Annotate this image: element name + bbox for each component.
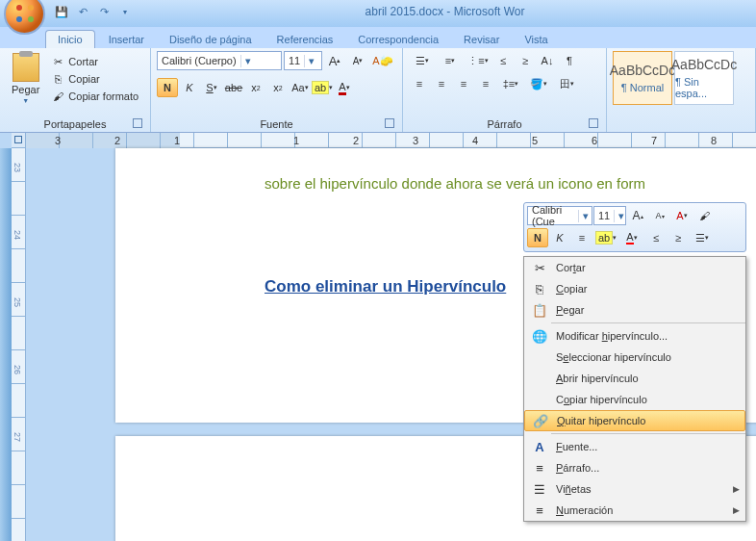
mini-font-color[interactable]: A▾ — [619, 228, 644, 247]
group-styles — [613, 128, 749, 130]
brush-icon: 🖌 — [51, 90, 64, 103]
tab-referencias[interactable]: Referencias — [265, 31, 345, 48]
group-paragraph: Párrafo — [409, 116, 600, 130]
tab-correspondencia[interactable]: Correspondencia — [346, 31, 450, 48]
context-menu: ✂Cortar ⎘Copiar 📋Pegar 🌐Modificar hiperv… — [523, 256, 746, 522]
mini-styles[interactable]: A▾ — [671, 206, 693, 225]
align-left-button[interactable]: ≡ — [409, 74, 430, 93]
mini-bullets[interactable]: ☰▾ — [690, 228, 715, 247]
font-name-combo[interactable]: Calibri (Cuerpo)▾ — [157, 51, 282, 70]
increase-indent-button[interactable]: ≥ — [515, 51, 536, 70]
clear-format-icon[interactable]: A🧽 — [370, 51, 395, 70]
menu-modify-hyperlink[interactable]: 🌐Modificar hipervínculo... — [524, 325, 745, 347]
bullets-button[interactable]: ☰▾ — [409, 51, 436, 70]
show-marks-button[interactable]: ¶ — [559, 51, 580, 70]
svg-point-0 — [16, 5, 22, 11]
mini-size-combo[interactable]: 11▾ — [593, 206, 626, 225]
vertical-ruler[interactable]: 2324252627 — [12, 148, 26, 541]
menu-paragraph[interactable]: ≡Párrafo... — [524, 457, 745, 478]
format-painter-button[interactable]: 🖌Copiar formato — [49, 89, 140, 104]
submenu-arrow-icon: ▶ — [733, 484, 740, 494]
ribbon-tabs: Inicio Insertar Diseño de página Referen… — [0, 27, 756, 48]
body-text: sobre el hipervínculo donde ahora se ver… — [265, 175, 645, 192]
dialog-launcher-icon[interactable] — [385, 118, 394, 128]
tab-diseno[interactable]: Diseño de página — [158, 31, 264, 48]
copy-icon: ⎘ — [51, 72, 64, 86]
menu-font[interactable]: AFuente... — [524, 436, 745, 457]
highlight-button[interactable]: ab▾ — [312, 78, 333, 97]
style-normal[interactable]: AaBbCcDc ¶ Normal — [613, 51, 672, 105]
cut-button[interactable]: ✂Cortar — [49, 54, 140, 69]
group-clipboard: Portapapeles — [6, 116, 144, 130]
window-title: abril 2015.docx - Microsoft Wor — [134, 5, 756, 18]
tab-inicio[interactable]: Inicio — [45, 30, 95, 48]
sort-button[interactable]: A↓ — [537, 51, 558, 70]
justify-button[interactable]: ≡ — [475, 74, 496, 93]
superscript-button[interactable]: x2 — [267, 78, 289, 97]
shading-button[interactable]: 🪣▾ — [525, 74, 552, 93]
menu-paste[interactable]: 📋Pegar — [524, 299, 745, 321]
font-icon: A — [532, 439, 547, 454]
mini-grow-font[interactable]: A▴ — [627, 206, 648, 225]
qat-customize-icon[interactable]: ▾ — [116, 3, 134, 20]
undo-icon[interactable]: ↶ — [74, 3, 91, 20]
menu-copy[interactable]: ⎘Copiar — [524, 278, 745, 299]
ruler-corner-icon[interactable] — [12, 133, 26, 148]
dialog-launcher-icon[interactable] — [589, 118, 598, 128]
mini-align-center[interactable]: ≡ — [571, 228, 592, 247]
bold-button[interactable]: N — [157, 78, 178, 97]
style-sin-espaciado[interactable]: AaBbCcDc ¶ Sin espa... — [674, 51, 734, 105]
submenu-arrow-icon: ▶ — [733, 505, 740, 515]
mini-increase-indent[interactable]: ≥ — [668, 228, 689, 247]
left-track — [0, 148, 12, 541]
multilevel-button[interactable]: ⋮≡▾ — [465, 51, 491, 70]
copy-icon: ⎘ — [532, 281, 547, 296]
mini-font-combo[interactable]: Calibri (Cue▾ — [527, 206, 592, 225]
borders-button[interactable]: 田▾ — [553, 74, 580, 93]
hyperlink-text[interactable]: Como eliminar un Hipervínculo — [265, 277, 506, 296]
menu-open-hyperlink[interactable]: Abrir hipervínculo — [524, 368, 745, 389]
font-color-button[interactable]: A▾ — [334, 78, 355, 97]
tab-revisar[interactable]: Revisar — [452, 31, 511, 48]
tab-insertar[interactable]: Insertar — [97, 31, 156, 48]
horizontal-ruler[interactable]: 321123456789 — [26, 133, 756, 148]
align-right-button[interactable]: ≡ — [453, 74, 474, 93]
clipboard-icon — [13, 53, 39, 82]
mini-shrink-font[interactable]: A▾ — [649, 206, 670, 225]
dialog-launcher-icon[interactable] — [133, 118, 142, 128]
align-center-button[interactable]: ≡ — [431, 74, 452, 93]
copy-button[interactable]: ⎘Copiar — [49, 71, 140, 87]
paragraph-icon: ≡ — [532, 460, 547, 476]
redo-icon[interactable]: ↷ — [95, 3, 113, 20]
italic-button[interactable]: K — [179, 78, 200, 97]
menu-copy-hyperlink[interactable]: Copiar hipervínculo — [524, 389, 745, 410]
font-size-combo[interactable]: 11▾ — [284, 51, 322, 70]
mini-bold[interactable]: N — [527, 228, 548, 247]
numbering-icon: ≡ — [532, 502, 547, 518]
svg-point-2 — [16, 16, 22, 22]
paste-icon: 📋 — [532, 302, 547, 318]
decrease-indent-button[interactable]: ≤ — [492, 51, 514, 70]
scissors-icon: ✂ — [532, 260, 547, 275]
menu-remove-hyperlink[interactable]: 🔗Quitar hipervínculo — [524, 410, 745, 431]
paste-button[interactable]: Pegar ▼ — [6, 51, 45, 106]
mini-highlight[interactable]: ab▾ — [593, 228, 618, 247]
strike-button[interactable]: abe — [223, 78, 244, 97]
menu-numbering[interactable]: ≡Numeración▶ — [524, 500, 745, 521]
tab-vista[interactable]: Vista — [513, 31, 559, 48]
mini-format-painter[interactable]: 🖌 — [693, 206, 715, 225]
line-spacing-button[interactable]: ‡≡▾ — [497, 74, 524, 93]
menu-cut[interactable]: ✂Cortar — [524, 257, 745, 278]
underline-button[interactable]: S▾ — [201, 78, 222, 97]
unlink-icon: 🔗 — [533, 413, 548, 428]
menu-bullets[interactable]: ☰Viñetas▶ — [524, 478, 745, 500]
menu-select-hyperlink[interactable]: Seleccionar hipervínculo — [524, 347, 745, 368]
subscript-button[interactable]: x2 — [245, 78, 266, 97]
mini-decrease-indent[interactable]: ≤ — [645, 228, 667, 247]
save-icon[interactable]: 💾 — [53, 3, 70, 20]
mini-italic[interactable]: K — [549, 228, 570, 247]
numbering-button[interactable]: ≡▾ — [437, 51, 464, 70]
grow-font-icon[interactable]: A▴ — [324, 51, 345, 70]
shrink-font-icon[interactable]: A▾ — [347, 51, 368, 70]
change-case-button[interactable]: Aa▾ — [290, 78, 311, 97]
